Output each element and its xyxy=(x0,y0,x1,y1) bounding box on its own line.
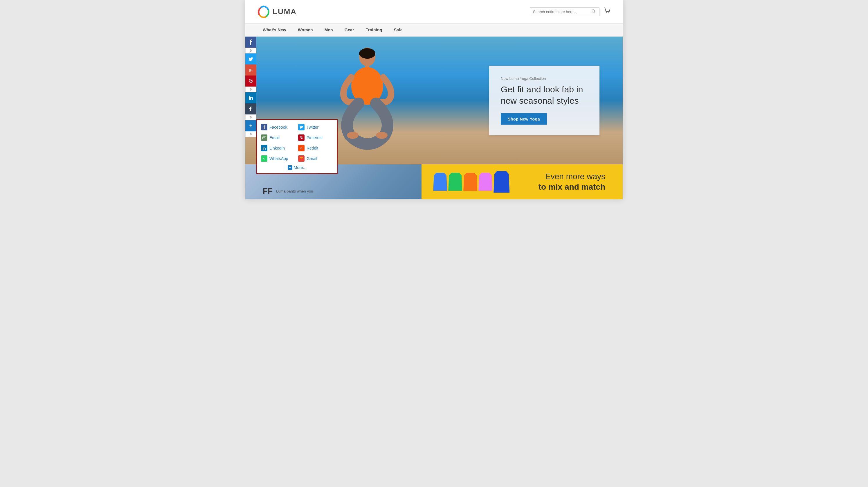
share-grid: Facebook Twitter Email xyxy=(261,123,333,162)
social-linkedin-button[interactable] xyxy=(245,92,256,103)
social-sidebar: 0 g+ 0 0 + 0 xyxy=(245,37,256,137)
share-whatsapp[interactable]: WhatsApp xyxy=(261,155,296,162)
nav-item-sale[interactable]: Sale xyxy=(388,24,408,36)
social-pinterest-button[interactable] xyxy=(245,75,256,87)
share-linkedin-label: LinkedIn xyxy=(270,146,285,150)
whatsapp-share-icon xyxy=(261,155,267,162)
nav-link-whats-new[interactable]: What's New xyxy=(257,24,292,36)
svg-point-6 xyxy=(263,157,266,160)
share-gmail-label: Gmail xyxy=(307,156,317,161)
svg-point-4 xyxy=(609,12,609,13)
luma-logo-icon xyxy=(257,5,270,18)
svg-point-13 xyxy=(347,132,359,139)
social-more-button[interactable]: + xyxy=(245,120,256,131)
tank-top-blue xyxy=(433,173,447,191)
logo-text: LUMA xyxy=(273,7,297,16)
facebook-count: 0 xyxy=(245,48,256,54)
search-box[interactable] xyxy=(530,7,599,16)
hero-title: Get fit and look fab in new seasonal sty… xyxy=(501,84,588,106)
gmail-share-icon xyxy=(298,155,305,162)
social-tumblr-button[interactable] xyxy=(245,103,256,114)
nav-item-men[interactable]: Men xyxy=(319,24,339,36)
share-dropdown: Facebook Twitter Email xyxy=(256,119,338,174)
share-email-label: Email xyxy=(270,135,280,140)
social-twitter-button[interactable] xyxy=(245,54,256,64)
main-nav: What's New Women Men Gear Training Sale xyxy=(245,24,623,37)
nav-item-whats-new[interactable]: What's New xyxy=(257,24,292,36)
share-reddit-label: Reddit xyxy=(307,146,318,150)
shop-new-yoga-button[interactable]: Shop New Yoga xyxy=(501,113,547,125)
linkedin-share-icon xyxy=(261,145,267,151)
tank-top-green xyxy=(448,173,462,191)
social-facebook-button[interactable] xyxy=(245,37,256,48)
banner-right-text: Even more ways to mix and match xyxy=(538,171,605,192)
facebook-share-icon xyxy=(261,124,267,130)
hero-card: New Luma Yoga Collection Get fit and loo… xyxy=(489,66,599,135)
share-facebook-label: Facebook xyxy=(270,125,287,129)
nav-item-gear[interactable]: Gear xyxy=(339,24,360,36)
banner-right-line1: Even more ways xyxy=(545,172,605,181)
search-button[interactable] xyxy=(591,9,596,14)
banner-right: Even more ways to mix and match xyxy=(422,164,623,199)
share-facebook[interactable]: Facebook xyxy=(261,123,296,131)
nav-item-training[interactable]: Training xyxy=(360,24,388,36)
tank-tops-display xyxy=(433,164,509,199)
pinterest-count: 0 xyxy=(245,87,256,92)
share-pinterest-label: Pinterest xyxy=(307,135,322,140)
share-pinterest[interactable]: Pinterest xyxy=(298,134,333,142)
nav-list: What's New Women Men Gear Training Sale xyxy=(257,24,611,36)
nav-link-men[interactable]: Men xyxy=(319,24,339,36)
banner-left-text: Luma pants when you xyxy=(276,189,313,193)
share-twitter-label: Twitter xyxy=(307,125,318,129)
nav-link-training[interactable]: Training xyxy=(360,24,388,36)
share-gmail[interactable]: Gmail xyxy=(298,155,333,162)
search-input[interactable] xyxy=(533,9,591,14)
tumblr-count: 0 xyxy=(245,114,256,120)
svg-point-8 xyxy=(359,48,375,59)
tank-top-magenta xyxy=(478,173,492,191)
banner-left-highlight: FF xyxy=(263,186,273,196)
tank-top-orange xyxy=(463,173,477,191)
banner-right-line2: to mix and match xyxy=(538,182,605,191)
more-count: 0 xyxy=(245,131,256,137)
logo-area: LUMA xyxy=(257,5,297,18)
header-right xyxy=(530,7,611,16)
svg-line-2 xyxy=(594,12,595,13)
hero-subtitle: New Luma Yoga Collection xyxy=(501,77,588,81)
share-whatsapp-label: WhatsApp xyxy=(270,156,288,161)
nav-link-sale[interactable]: Sale xyxy=(388,24,408,36)
share-email[interactable]: Email xyxy=(261,134,296,142)
cart-button[interactable] xyxy=(603,7,611,16)
email-share-icon xyxy=(261,134,267,141)
pinterest-share-icon xyxy=(298,134,305,141)
share-twitter[interactable]: Twitter xyxy=(298,123,333,131)
site-header: LUMA xyxy=(245,0,623,24)
nav-link-women[interactable]: Women xyxy=(292,24,319,36)
share-more-label: More... xyxy=(294,165,307,170)
nav-link-gear[interactable]: Gear xyxy=(339,24,360,36)
reddit-share-icon: r/ xyxy=(298,145,305,151)
share-linkedin[interactable]: LinkedIn xyxy=(261,144,296,152)
social-google-button[interactable]: g+ xyxy=(245,64,256,75)
svg-point-3 xyxy=(606,12,607,13)
twitter-share-icon xyxy=(298,124,305,130)
svg-point-14 xyxy=(376,132,388,139)
tank-top-cobalt xyxy=(494,171,509,193)
main-content: 0 g+ 0 0 + 0 xyxy=(245,37,623,199)
share-more-button[interactable]: + More... xyxy=(261,165,333,170)
share-reddit[interactable]: r/ Reddit xyxy=(298,144,333,152)
nav-item-women[interactable]: Women xyxy=(292,24,319,36)
